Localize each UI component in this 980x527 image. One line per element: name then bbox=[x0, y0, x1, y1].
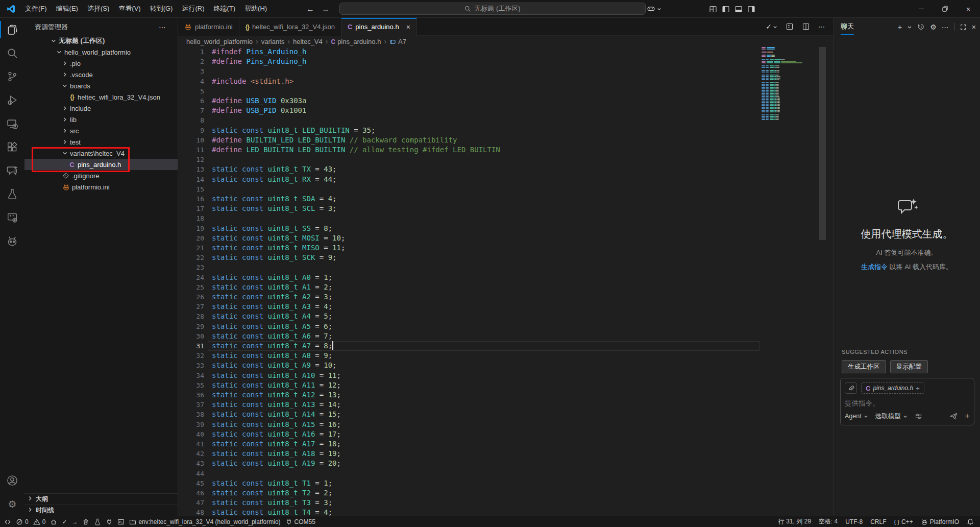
line-number[interactable]: 26 bbox=[178, 292, 204, 302]
model-picker-dropdown[interactable]: 选取模型 bbox=[875, 412, 908, 421]
toggle-sidebar-left-icon[interactable] bbox=[722, 5, 730, 13]
activity-settings[interactable]: ⚙ bbox=[0, 492, 24, 516]
code-line-24[interactable]: static const uint8_t A0 = 1; bbox=[212, 273, 332, 282]
maximize-restore-button[interactable] bbox=[933, 0, 957, 18]
line-number[interactable]: 8 bbox=[178, 115, 204, 125]
tree-item-boards[interactable]: boards bbox=[24, 80, 178, 91]
status-indentation[interactable]: 空格: 4 bbox=[819, 517, 838, 526]
line-number[interactable]: 16 bbox=[178, 194, 204, 204]
tree-item-lib[interactable]: lib bbox=[24, 114, 178, 125]
line-number[interactable]: 5 bbox=[178, 86, 204, 96]
menu-0[interactable]: 文件(F) bbox=[20, 0, 52, 17]
run-check-icon[interactable]: ✓ bbox=[766, 22, 777, 31]
code-line-13[interactable]: static const uint8_t TX = 43; bbox=[212, 164, 337, 174]
generate-workspace-button[interactable]: 生成工作区 bbox=[842, 360, 886, 373]
tree-item-include[interactable]: include bbox=[24, 103, 178, 114]
status-pio-remote[interactable] bbox=[4, 518, 11, 525]
code-line-2[interactable]: #define Pins_Arduino_h bbox=[212, 57, 306, 66]
tree-item-.vscode[interactable]: .vscode bbox=[24, 69, 178, 80]
code-line-48[interactable]: static const uint8_t T4 = 4; bbox=[212, 508, 332, 516]
code-line-31[interactable]: static const uint8_t A7 = 8; bbox=[212, 341, 333, 351]
line-number[interactable]: 43 bbox=[178, 459, 204, 468]
code-line-41[interactable]: static const uint8_t A17 = 18; bbox=[212, 439, 341, 449]
code-line-28[interactable]: static const uint8_t A4 = 5; bbox=[212, 312, 332, 321]
mode-picker-dropdown[interactable]: Agent bbox=[845, 413, 868, 420]
tree-item-.gitignore[interactable]: .gitignore bbox=[24, 170, 178, 181]
line-number[interactable]: 35 bbox=[178, 380, 204, 390]
customize-layout-icon[interactable] bbox=[709, 5, 717, 13]
status-language-mode[interactable]: { }C++ bbox=[894, 518, 913, 525]
line-number[interactable]: 33 bbox=[178, 361, 204, 370]
menu-5[interactable]: 运行(R) bbox=[177, 0, 209, 17]
line-number[interactable]: 29 bbox=[178, 322, 204, 331]
line-number[interactable]: 18 bbox=[178, 213, 204, 223]
line-number[interactable]: 13 bbox=[178, 164, 204, 174]
activity-source-control[interactable] bbox=[0, 65, 24, 88]
code-line-9[interactable]: static const uint8_t LED_BUILTIN = 35; bbox=[212, 126, 375, 135]
code-line-7[interactable]: #define USB_PID 0x1001 bbox=[212, 106, 306, 115]
code-line-32[interactable]: static const uint8_t A8 = 9; bbox=[212, 351, 332, 361]
line-number[interactable]: 42 bbox=[178, 449, 204, 459]
line-number[interactable]: 23 bbox=[178, 262, 204, 272]
context-chip-pins-arduino[interactable]: C pins_arduino.h + bbox=[861, 382, 924, 394]
command-center-search[interactable]: 无标题 (工作区) bbox=[339, 3, 646, 15]
line-number[interactable]: 41 bbox=[178, 439, 204, 449]
chat-history-icon[interactable] bbox=[917, 23, 925, 31]
line-number[interactable]: 31 bbox=[178, 341, 204, 351]
activity-remote-explorer[interactable] bbox=[0, 112, 24, 135]
editor-scrollbar[interactable] bbox=[819, 47, 826, 240]
line-number[interactable]: 39 bbox=[178, 420, 204, 429]
show-config-button[interactable]: 显示配置 bbox=[890, 360, 928, 373]
activity-explorer[interactable] bbox=[0, 18, 24, 41]
line-number[interactable]: 32 bbox=[178, 351, 204, 361]
breadcrumb-heltec_V4[interactable]: heltec_V4 bbox=[293, 38, 323, 45]
code-line-37[interactable]: static const uint8_t A13 = 14; bbox=[212, 400, 341, 410]
activity-run-debug[interactable] bbox=[0, 88, 24, 112]
line-number[interactable]: 3 bbox=[178, 66, 204, 76]
line-number[interactable]: 9 bbox=[178, 126, 204, 135]
chat-close-icon[interactable]: × bbox=[972, 23, 976, 31]
tree-item-.pio[interactable]: .pio bbox=[24, 58, 178, 69]
toggle-sidebar-right-icon[interactable] bbox=[747, 5, 755, 13]
code-line-4[interactable]: #include <stdint.h> bbox=[212, 77, 293, 86]
code-line-30[interactable]: static const uint8_t A6 = 7; bbox=[212, 331, 332, 341]
more-actions-icon[interactable]: ⋯ bbox=[818, 23, 825, 31]
code-line-14[interactable]: static const uint8_t RX = 44; bbox=[212, 175, 337, 184]
tab-pins_arduino.h[interactable]: C pins_arduino.h × bbox=[341, 18, 417, 36]
line-number[interactable]: 24 bbox=[178, 273, 204, 282]
close-tab-icon[interactable]: × bbox=[406, 23, 410, 31]
menu-1[interactable]: 编辑(E) bbox=[52, 0, 83, 17]
chat-more-icon[interactable]: ⋯ bbox=[942, 23, 949, 31]
minimap[interactable] bbox=[761, 47, 799, 129]
breadcrumb-A7[interactable]: A7 bbox=[389, 38, 406, 45]
code-line-42[interactable]: static const uint8_t A18 = 19; bbox=[212, 449, 341, 459]
line-number[interactable]: 7 bbox=[178, 106, 204, 115]
tab-chat[interactable]: 聊天 bbox=[841, 22, 854, 35]
line-number[interactable]: 28 bbox=[178, 312, 204, 321]
chat-settings-icon[interactable]: ⚙ bbox=[930, 23, 937, 31]
line-number[interactable]: 46 bbox=[178, 488, 204, 498]
status-platformio-status[interactable]: PlatformIO bbox=[921, 518, 959, 525]
tab-platformio.ini[interactable]: platformio.ini bbox=[178, 18, 239, 36]
status-pio-clean[interactable] bbox=[82, 518, 89, 525]
code-line-19[interactable]: static const uint8_t SS = 8; bbox=[212, 224, 332, 233]
code-line-43[interactable]: static const uint8_t A19 = 20; bbox=[212, 459, 341, 468]
nav-back-icon[interactable]: ← bbox=[306, 5, 314, 14]
close-button[interactable]: × bbox=[957, 0, 980, 18]
activity-account[interactable] bbox=[0, 469, 24, 492]
activity-pio-debug[interactable] bbox=[0, 206, 24, 229]
chat-input-box[interactable]: C pins_arduino.h + 提供指令。 Agent 选取模型 bbox=[840, 378, 974, 425]
status-notifications[interactable] bbox=[967, 518, 974, 525]
open-changes-icon[interactable] bbox=[786, 22, 794, 31]
menu-2[interactable]: 选择(S) bbox=[83, 0, 114, 17]
chat-dropdown-icon[interactable] bbox=[907, 25, 912, 30]
code-line-38[interactable]: static const uint8_t A14 = 15; bbox=[212, 410, 341, 419]
code-line-17[interactable]: static const uint8_t SCL = 3; bbox=[212, 204, 337, 213]
line-number[interactable]: 40 bbox=[178, 429, 204, 439]
line-number[interactable]: 15 bbox=[178, 184, 204, 194]
line-number[interactable]: 20 bbox=[178, 233, 204, 243]
status-cursor-position[interactable]: 行 31, 列 29 bbox=[778, 517, 811, 526]
code-line-1[interactable]: #ifndef Pins_Arduino_h bbox=[212, 47, 306, 57]
chat-new-chat-icon[interactable]: + bbox=[898, 23, 902, 31]
tree-item-test[interactable]: test bbox=[24, 136, 178, 148]
